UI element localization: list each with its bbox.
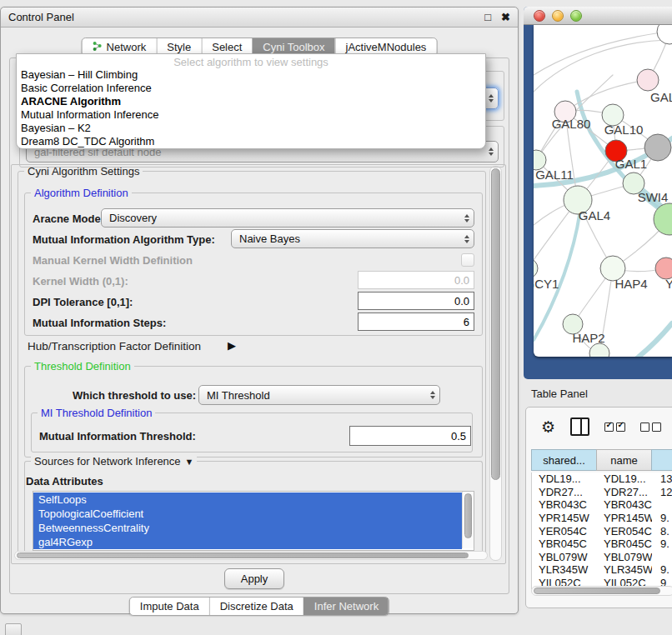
mi-threshold-group-title: MI Threshold Definition <box>38 407 155 419</box>
table-cell: YDR27... <box>597 486 652 498</box>
tab-discretize-data[interactable]: Discretize Data <box>209 598 303 615</box>
settings-horizontal-scrollbar[interactable] <box>14 551 488 560</box>
table-column-header[interactable]: name <box>596 449 651 471</box>
network-edge[interactable] <box>534 32 667 75</box>
attr-items: SelfLoopsTopologicalCoefficientBetweenne… <box>33 492 462 549</box>
scrollbar-thumb[interactable] <box>464 493 472 538</box>
table-column-header[interactable]: A <box>651 449 672 471</box>
aracne-mode-combo[interactable]: Discovery <box>101 208 474 228</box>
attributes-vertical-scrollbar[interactable] <box>462 492 474 548</box>
mi-steps-label: Mutual Information Steps: <box>33 317 166 329</box>
apply-button[interactable]: Apply <box>224 568 284 589</box>
manual-kernel-width-checkbox[interactable] <box>461 253 474 267</box>
manual-kernel-width-label: Manual Kernel Width Definition <box>33 254 193 267</box>
table-cell: 12 <box>652 486 672 498</box>
hub-definition-expander-label[interactable]: Hub/Transcription Factor Definition <box>28 340 201 352</box>
tab-label: Style <box>167 41 191 53</box>
table-horizontal-scrollbar[interactable] <box>531 586 672 596</box>
network-window-titlebar[interactable] <box>524 7 672 25</box>
which-threshold-combo[interactable]: MI Threshold <box>198 385 440 405</box>
algorithm-option[interactable]: ARACNE Algorithm <box>17 95 485 108</box>
tab-label: Infer Network <box>314 600 379 612</box>
network-node-label: GCY1 <box>534 277 559 291</box>
select-all-icon[interactable] <box>604 422 625 432</box>
close-traffic-light-icon[interactable] <box>534 10 545 22</box>
table-row[interactable]: YBL079WYBL079W <box>532 551 672 564</box>
mi-threshold-label: Mutual Information Threshold: <box>39 430 196 442</box>
table-cell: YPR145W <box>597 512 652 524</box>
table-header-row: shared...nameA <box>531 449 672 471</box>
algorithm-dropdown-popup: Select algorithm to view settings Bayesi… <box>16 53 486 149</box>
attribute-list-item[interactable]: TopologicalCoefficient <box>33 507 462 521</box>
zoom-traffic-light-icon[interactable] <box>570 10 582 22</box>
deselect-all-icon[interactable] <box>640 422 661 432</box>
tab-impute-data[interactable]: Impute Data <box>130 598 209 615</box>
algorithm-dropdown-list: Bayesian – Hill ClimbingBasic Correlatio… <box>17 68 485 148</box>
algorithm-option[interactable]: Dream8 DC_TDC Algorithm <box>17 135 485 148</box>
tab-infer-network[interactable]: Infer Network <box>303 598 389 615</box>
attribute-list-item[interactable]: gal4RGexp <box>33 535 462 549</box>
attribute-list-item[interactable]: BetweennessCentrality <box>33 521 462 535</box>
data-attributes-list: SelfLoopsTopologicalCoefficientBetweenne… <box>33 491 474 551</box>
table-cell: YBR045C <box>597 538 652 550</box>
tab-label: Network <box>107 41 147 53</box>
settings-vertical-scrollbar[interactable] <box>489 166 502 561</box>
table-cell: YBL079W <box>532 551 597 563</box>
algorithm-definition-title: Algorithm Definition <box>31 187 132 199</box>
network-canvas[interactable]: GALGAL80GAL10GAL1GAL11SWI4GAL4GCY1HAP4YH… <box>534 25 672 357</box>
table-body: YDL19...YDL19...13YDR27...YDR27...12YBR0… <box>531 472 672 589</box>
docked-panel-icon[interactable] <box>5 623 22 635</box>
kernel-width-field: 0.0 <box>358 271 474 289</box>
close-window-icon[interactable]: ✖ <box>496 11 518 23</box>
minimize-traffic-light-icon[interactable] <box>552 10 564 22</box>
network-node-label: SWI4 <box>638 190 669 204</box>
mi-steps-field[interactable]: 6 <box>358 312 474 331</box>
algorithm-dropdown-prompt: Select algorithm to view settings <box>17 56 485 68</box>
algorithm-option[interactable]: Mutual Information Inference <box>17 108 485 122</box>
table-row[interactable]: YPR145WYPR145W9. <box>532 512 672 525</box>
network-node[interactable] <box>589 343 609 357</box>
table-cell: 8. <box>652 525 672 538</box>
sources-group-title-wrap[interactable]: Sources for Network Inference ▼ <box>31 455 197 468</box>
network-node[interactable] <box>534 258 538 278</box>
table-cell: YBL079W <box>597 551 652 563</box>
table-row[interactable]: YER054CYER054C8. <box>532 524 672 538</box>
network-node[interactable] <box>644 134 671 161</box>
algorithm-option[interactable]: Bayesian – Hill Climbing <box>17 68 485 82</box>
bottom-tabs: Impute DataDiscretize DataInfer Network <box>129 597 389 616</box>
float-window-icon[interactable]: □ <box>479 11 496 23</box>
table-toolbar: ⚙ <box>526 408 672 446</box>
data-attributes-label: Data Attributes <box>26 475 103 488</box>
aracne-mode-label: Aracne Mode: <box>33 212 104 225</box>
scrollbar-thumb[interactable] <box>491 168 500 480</box>
network-edge[interactable] <box>605 323 672 357</box>
network-graph[interactable]: GALGAL80GAL10GAL1GAL11SWI4GAL4GCY1HAP4YH… <box>534 25 672 357</box>
table-row[interactable]: YLR345WYLR345W9. <box>532 563 672 577</box>
network-node-label: GAL10 <box>604 122 644 137</box>
expander-right-arrow-icon[interactable]: ▶ <box>228 339 236 352</box>
algorithm-option[interactable]: Basic Correlation Inference <box>17 82 485 95</box>
table-column-header[interactable]: shared... <box>531 449 596 471</box>
mi-threshold-field[interactable]: 0.5 <box>349 426 471 446</box>
table-row[interactable]: YBR045CYBR045C9. <box>532 538 672 551</box>
combo-arrows-icon <box>430 386 435 404</box>
algorithm-option[interactable]: Bayesian – K2 <box>17 122 485 135</box>
control-panel-window: Control Panel □ ✖ NetworkStyleSelectCyni… <box>0 7 519 614</box>
mi-algorithm-type-combo[interactable]: Naive Bayes <box>231 229 474 248</box>
table-row[interactable]: YDL19...YDL19...13 <box>532 472 672 486</box>
network-node[interactable] <box>637 69 659 91</box>
expander-down-arrow-icon[interactable]: ▼ <box>185 457 194 467</box>
scrollbar-thumb[interactable] <box>534 588 660 594</box>
attribute-list-item[interactable]: SelfLoops <box>33 492 462 507</box>
scrollbar-thumb[interactable] <box>17 552 469 558</box>
table-row[interactable]: YBR043CYBR043C <box>532 498 672 512</box>
tab-label: Cyni Toolbox <box>263 41 324 53</box>
columns-icon[interactable] <box>570 418 589 436</box>
control-panel-titlebar[interactable]: Control Panel □ ✖ <box>1 8 518 28</box>
dpi-tolerance-field[interactable]: 0.0 <box>358 292 474 310</box>
table-row[interactable]: YDR27...YDR27...12 <box>532 486 672 499</box>
network-node-label: Y <box>665 277 672 291</box>
gear-icon[interactable]: ⚙ <box>541 419 555 435</box>
network-node-label: HAP2 <box>572 331 604 345</box>
network-node[interactable] <box>657 25 672 44</box>
